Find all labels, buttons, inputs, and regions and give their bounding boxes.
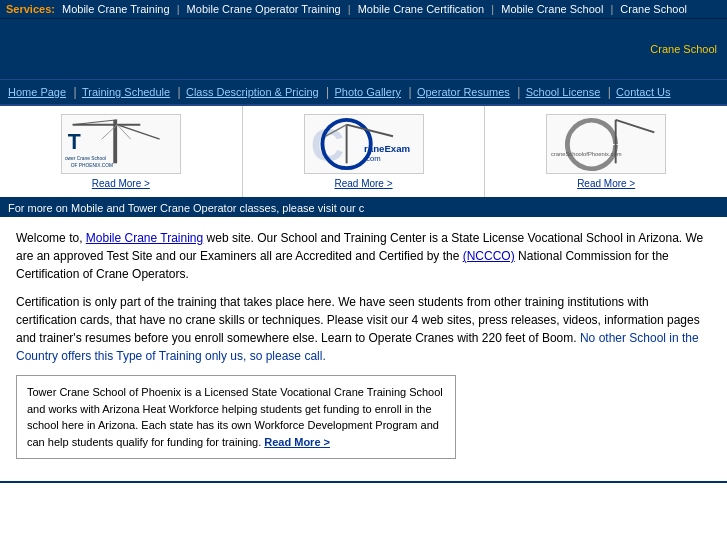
header-banner: Crane School: [0, 19, 727, 79]
info-box-read-more[interactable]: Read More >: [264, 436, 330, 448]
logo-box-3: craneSchoolofPhoenix.com: [546, 114, 666, 174]
scroll-banner: For more on Mobile and Tower Crane Opera…: [0, 199, 727, 217]
svg-text:.com: .com: [364, 154, 381, 163]
logo-2-read-more[interactable]: Read More >: [334, 178, 392, 189]
svg-text:ower Crane School: ower Crane School: [65, 156, 106, 161]
nav-class-description[interactable]: Class Description & Pricing: [186, 86, 319, 98]
logo-3-read-more[interactable]: Read More >: [577, 178, 635, 189]
nav-school-license[interactable]: School License: [526, 86, 601, 98]
svg-line-16: [616, 120, 655, 133]
logo-row: T ower Crane School OF PHOENIX.COM Read …: [0, 106, 727, 199]
logo-cell-1: T ower Crane School OF PHOENIX.COM Read …: [0, 106, 243, 197]
service-link-5[interactable]: Crane School: [620, 3, 687, 15]
main-content: Welcome to, Mobile Crane Training web si…: [0, 217, 727, 471]
welcome-prefix: Welcome to,: [16, 231, 86, 245]
certification-paragraph: Certification is only part of the traini…: [16, 293, 711, 365]
service-link-1[interactable]: Mobile Crane Training: [62, 3, 170, 15]
info-box: Tower Crane School of Phoenix is a Licen…: [16, 375, 456, 459]
mobile-crane-link[interactable]: Mobile Crane Training: [86, 231, 203, 245]
svg-text:OF PHOENIX.COM: OF PHOENIX.COM: [71, 163, 113, 168]
footer-line: [0, 481, 727, 485]
logo-cell-3: craneSchoolofPhoenix.com Read More >: [485, 106, 727, 197]
service-link-3[interactable]: Mobile Crane Certification: [358, 3, 485, 15]
nav-photo-gallery[interactable]: Photo Gallery: [334, 86, 401, 98]
info-box-text: Tower Crane School of Phoenix is a Licen…: [27, 386, 443, 448]
service-link-4[interactable]: Mobile Crane School: [501, 3, 603, 15]
crane-school-header-link[interactable]: Crane School: [650, 43, 717, 55]
nav-bar: Home Page | Training Schedule | Class De…: [0, 79, 727, 106]
intro-paragraph: Welcome to, Mobile Crane Training web si…: [16, 229, 711, 283]
nav-operator-resumes[interactable]: Operator Resumes: [417, 86, 510, 98]
nav-training-schedule[interactable]: Training Schedule: [82, 86, 170, 98]
logo-1-read-more[interactable]: Read More >: [92, 178, 150, 189]
nav-contact-us[interactable]: Contact Us: [616, 86, 670, 98]
logo-cell-2: C raneExam .com Read More >: [243, 106, 486, 197]
service-link-2[interactable]: Mobile Crane Operator Training: [187, 3, 341, 15]
logo-box-1: T ower Crane School OF PHOENIX.COM: [61, 114, 181, 174]
services-bar: Services: Mobile Crane Training | Mobile…: [0, 0, 727, 19]
services-label: Services:: [6, 3, 55, 15]
nav-home[interactable]: Home Page: [8, 86, 66, 98]
svg-text:raneExam: raneExam: [364, 143, 410, 154]
logo-box-2: C raneExam .com: [304, 114, 424, 174]
svg-text:craneSchoolofPhoenix.com: craneSchoolofPhoenix.com: [551, 151, 622, 157]
svg-text:T: T: [68, 130, 81, 154]
nccco-link[interactable]: (NCCCO): [463, 249, 515, 263]
other-school-label: other School: [599, 331, 666, 345]
